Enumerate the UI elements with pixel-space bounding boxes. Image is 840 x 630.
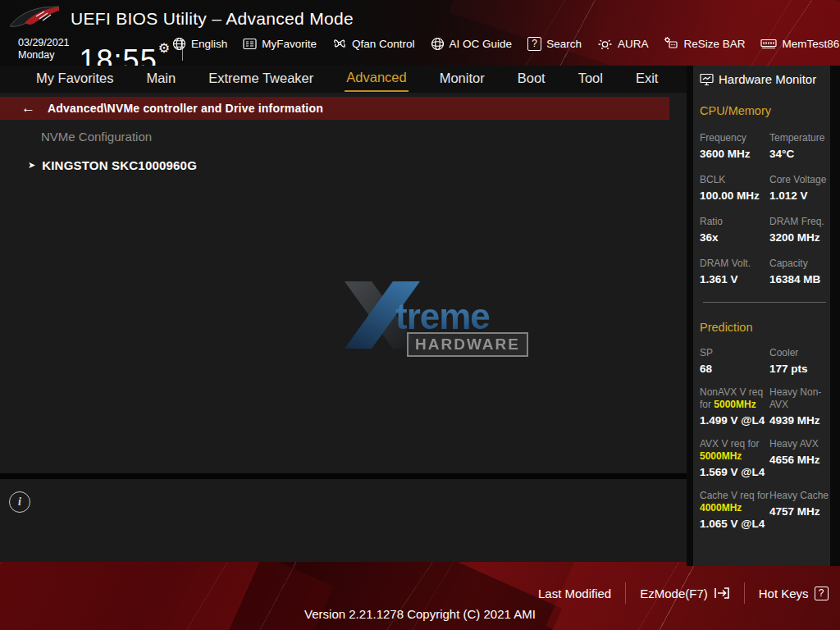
hardware-monitor-panel: Hardware Monitor CPU/Memory Frequency360…	[693, 66, 830, 566]
search-icon: ?	[527, 37, 541, 51]
ezmode-label: EzMode(F7)	[640, 587, 708, 600]
myfavorite-button[interactable]: MyFavorite	[243, 38, 317, 50]
memtest-label: MemTest86	[782, 38, 839, 50]
xtreme-hardware-watermark: treme HARDWARE	[345, 281, 517, 359]
aura-label: AURA	[618, 38, 649, 50]
stat-cooler: Cooler177 pts	[769, 347, 830, 375]
stat-heavy-nonavx: Heavy Non-AVX4939 MHz	[769, 386, 830, 427]
ezmode-exit-icon	[714, 587, 730, 600]
hardware-monitor-header: Hardware Monitor	[700, 72, 830, 86]
search-label: Search	[546, 38, 582, 50]
info-panel-divider	[0, 473, 687, 479]
sidebar-divider	[703, 302, 826, 303]
stat-heavy-avx: Heavy AVX4656 MHz	[769, 438, 830, 478]
info-icon: i	[9, 491, 30, 513]
tab-exit[interactable]: Exit	[634, 67, 660, 91]
stat-dram-freq: DRAM Freq.3200 MHz	[769, 216, 830, 244]
hot-keys-button[interactable]: Hot Keys ?	[759, 587, 829, 600]
tab-my-favorites[interactable]: My Favorites	[34, 67, 115, 91]
rog-logo-icon	[8, 3, 61, 36]
memtest-icon	[760, 38, 777, 50]
ai-oc-icon	[431, 37, 445, 51]
stat-cache-vreq: Cache V req for 4000MHz 1.065 V @L4	[700, 490, 769, 530]
avx-freq-highlight: 5000MHz	[700, 450, 742, 462]
prediction-section-title: Prediction	[700, 321, 830, 334]
time-settings-gear-icon[interactable]: ⚙	[158, 41, 171, 55]
date-display: 03/29/2021 Monday	[18, 37, 70, 62]
tab-advanced[interactable]: Advanced	[345, 66, 408, 92]
stat-core-voltage: Core Voltage1.012 V	[769, 174, 830, 202]
header-bar: UEFI BIOS Utility – Advanced Mode 03/29/…	[0, 0, 840, 66]
tab-tool[interactable]: Tool	[577, 67, 605, 91]
stat-frequency: Frequency3600 MHz	[700, 132, 769, 160]
cpu-memory-section-title: CPU/Memory	[700, 104, 830, 117]
hardware-monitor-title: Hardware Monitor	[719, 72, 816, 86]
language-label: English	[191, 38, 227, 50]
nonavx-freq-highlight: 5000MHz	[714, 399, 756, 410]
stat-dram-volt: DRAM Volt.1.361 V	[700, 258, 769, 285]
myfavorite-label: MyFavorite	[262, 38, 317, 50]
stat-ratio: Ratio36x	[700, 216, 769, 244]
resize-bar-label: ReSize BAR	[683, 38, 745, 50]
footer-separator	[625, 582, 626, 604]
tab-boot[interactable]: Boot	[516, 67, 547, 91]
globe-icon	[172, 37, 186, 51]
resize-bar-button[interactable]: ReSize BAR	[664, 36, 745, 51]
breadcrumb[interactable]: ← Advanced\NVMe controller and Drive inf…	[0, 97, 669, 120]
main-menu-bar: My Favorites Main Extreme Tweaker Advanc…	[0, 66, 689, 93]
last-modified-label: Last Modified	[538, 587, 611, 600]
language-button[interactable]: English	[172, 37, 227, 51]
ai-oc-guide-label: AI OC Guide	[450, 38, 513, 50]
header-toolbar: English MyFavorite Qfan Control AI OC Gu…	[172, 36, 839, 51]
stat-temperature: Temperature34°C	[769, 132, 830, 160]
stat-sp: SP68	[700, 347, 769, 375]
tab-monitor[interactable]: Monitor	[438, 67, 486, 91]
aura-icon	[597, 37, 613, 51]
qfan-control-label: Qfan Control	[352, 38, 415, 50]
nvme-drive-label: KINGSTON SKC1000960G	[42, 158, 197, 172]
hot-keys-label: Hot Keys	[759, 587, 809, 600]
app-title: UEFI BIOS Utility – Advanced Mode	[71, 9, 354, 29]
footer-separator	[744, 582, 745, 604]
ai-oc-guide-button[interactable]: AI OC Guide	[431, 37, 513, 51]
monitor-icon	[700, 73, 714, 86]
stat-bclk: BCLK100.00 MHz	[700, 174, 769, 202]
submenu-arrow-icon: ➤	[28, 160, 35, 171]
version-text: Version 2.21.1278 Copyright (C) 2021 AMI	[0, 607, 840, 621]
stat-heavy-cache: Heavy Cache4757 MHz	[769, 490, 830, 530]
bios-screen: UEFI BIOS Utility – Advanced Mode 03/29/…	[0, 0, 840, 630]
prediction-grid: SP68 Cooler177 pts NonAVX V req for 5000…	[700, 347, 830, 530]
date-text: 03/29/2021	[18, 37, 70, 49]
stat-capacity: Capacity16384 MB	[769, 258, 830, 285]
stat-avx-vreq: AVX V req for 5000MHz 1.569 V @L4	[700, 438, 769, 478]
watermark-brand: treme	[395, 296, 490, 337]
hot-keys-icon: ?	[815, 587, 829, 600]
day-text: Monday	[18, 49, 70, 62]
watermark-sub: HARDWARE	[407, 332, 528, 357]
search-button[interactable]: ? Search	[527, 37, 582, 51]
resize-bar-icon	[664, 36, 678, 51]
tab-main[interactable]: Main	[144, 67, 177, 91]
myfavorite-icon	[243, 38, 257, 50]
nvme-configuration-label: NVMe Configuration	[41, 130, 152, 144]
main-panel: ← Advanced\NVMe controller and Drive inf…	[0, 93, 687, 562]
cache-freq-highlight: 4000MHz	[700, 502, 742, 514]
breadcrumb-text: Advanced\NVMe controller and Drive infor…	[48, 102, 323, 115]
tab-extreme-tweaker[interactable]: Extreme Tweaker	[207, 67, 315, 91]
nvme-drive-item[interactable]: ➤ KINGSTON SKC1000960G	[28, 158, 197, 172]
memtest-button[interactable]: MemTest86	[760, 38, 839, 50]
last-modified-button[interactable]: Last Modified	[538, 587, 611, 600]
ezmode-button[interactable]: EzMode(F7)	[640, 587, 730, 600]
qfan-icon	[332, 37, 347, 50]
back-arrow-icon[interactable]: ←	[21, 100, 35, 116]
aura-button[interactable]: AURA	[597, 37, 649, 51]
qfan-control-button[interactable]: Qfan Control	[332, 37, 415, 50]
footer-bar: Last Modified EzMode(F7) Hot Keys ?	[538, 582, 829, 604]
cpu-memory-grid: Frequency3600 MHz Temperature34°C BCLK10…	[700, 132, 830, 285]
stat-nonavx-vreq: NonAVX V req for 5000MHz 1.499 V @L4	[700, 386, 769, 427]
